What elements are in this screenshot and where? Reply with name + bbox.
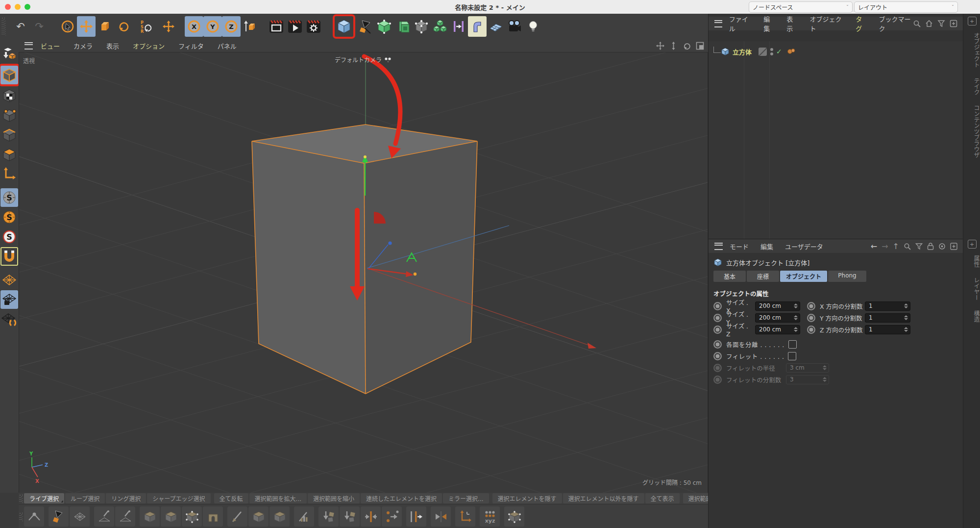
stepper-icon[interactable]	[792, 315, 798, 320]
live-selection-icon[interactable]	[58, 16, 77, 37]
brush-tool-icon[interactable]	[94, 506, 114, 527]
object-row-cube[interactable]: 立方体 ✓	[709, 45, 963, 58]
pan-icon[interactable]	[656, 42, 664, 50]
nodespace-dropdown[interactable]: ノードスペース ˅	[749, 1, 853, 13]
selection-command-button[interactable]: 全て表示	[645, 493, 680, 503]
viewport-menu-item[interactable]: パネル	[218, 41, 237, 50]
bend-deformer-icon[interactable]	[468, 16, 487, 37]
object-manager-menu-item[interactable]: 編集	[763, 14, 775, 33]
keyframe-radio-icon[interactable]	[713, 314, 722, 322]
workplane-icon[interactable]	[0, 271, 18, 289]
psr-icon[interactable]: P S R	[137, 16, 155, 37]
model-mode-icon[interactable]	[0, 66, 18, 84]
selection-command-button[interactable]: 選択エレメント以外を隠す	[563, 493, 644, 503]
add-panel-icon[interactable]	[950, 20, 957, 27]
segments-input[interactable]: 1	[865, 302, 910, 311]
selection-command-button[interactable]: ミラー選択...	[443, 493, 489, 503]
rotate-icon[interactable]	[683, 42, 691, 50]
maximize-icon[interactable]	[696, 42, 704, 50]
object-list[interactable]	[709, 41, 963, 239]
selection-command-button[interactable]: 全て反転	[214, 493, 248, 503]
viewport-menu-item[interactable]: オプション	[133, 41, 165, 50]
render-view-icon[interactable]	[267, 16, 286, 37]
keyframe-radio-icon[interactable]	[807, 326, 815, 334]
lock-icon[interactable]	[927, 242, 934, 250]
edge-mode-icon[interactable]	[0, 126, 18, 144]
panel-tab[interactable]: テイク	[964, 73, 980, 100]
add-panel-icon[interactable]	[950, 243, 957, 250]
checkbox[interactable]	[788, 340, 797, 349]
zoom-icon[interactable]	[669, 42, 678, 50]
scene-3d[interactable]: Y Z X	[19, 52, 708, 493]
stepper-icon[interactable]	[902, 327, 908, 332]
magnet-tool-icon[interactable]	[115, 506, 135, 527]
align-workplane-icon[interactable]	[0, 310, 18, 328]
cube-object-icon[interactable]	[721, 47, 730, 56]
camera-icon[interactable]	[505, 16, 524, 37]
enable-check-icon[interactable]: ✓	[776, 48, 782, 55]
object-manager-menu-item[interactable]: ファイル	[729, 14, 752, 33]
scale-icon[interactable]	[96, 16, 114, 37]
attribute-tab[interactable]: オブジェクト	[780, 271, 827, 282]
viewport-menu-item[interactable]: カメラ	[74, 41, 93, 50]
visibility-toggle-icon[interactable]	[759, 48, 767, 56]
bridge-tool-icon[interactable]	[203, 506, 223, 527]
selection-command-button[interactable]: 選択範囲を記録	[683, 493, 708, 503]
extrude-inner-tool-icon[interactable]	[161, 506, 181, 527]
auto-snap-icon[interactable]: S	[0, 227, 18, 246]
phong-tag-icon[interactable]	[787, 48, 796, 55]
panel-tab[interactable]: 属性	[964, 251, 980, 272]
segments-input[interactable]: 1	[865, 325, 910, 334]
undo-icon[interactable]: ↶	[11, 16, 30, 37]
poly-pen-tool-icon[interactable]	[248, 506, 269, 527]
stitch-sew-tool-icon[interactable]	[382, 506, 402, 527]
toolbar-drag-handle[interactable]	[1, 17, 6, 36]
keyframe-radio-icon[interactable]	[713, 326, 722, 334]
viewport-menu-item[interactable]: フィルタ	[178, 41, 204, 50]
viewport-canvas[interactable]: 透視 デフォルトカメラ グリッド間隔 : 50 cm	[19, 52, 708, 493]
active-tool-move-icon[interactable]	[159, 16, 178, 37]
selection-command-button[interactable]: シャープエッジ選択	[147, 493, 210, 503]
z-axis-lock-icon[interactable]: Z	[222, 16, 241, 37]
keyframe-radio-icon[interactable]	[713, 352, 722, 360]
object-manager-menu-item[interactable]: オブジェクト	[810, 14, 844, 33]
floor-icon[interactable]	[487, 16, 505, 37]
point-mode-icon[interactable]	[0, 106, 18, 125]
cube-primitive-icon[interactable]	[335, 16, 353, 37]
lattice-icon[interactable]	[412, 16, 431, 37]
object-manager-menu-item[interactable]: 表示	[786, 14, 798, 33]
close-hole-tool-icon[interactable]	[270, 506, 290, 527]
viewport-menu-item[interactable]: 表示	[106, 41, 119, 50]
set-point-value-tool-icon[interactable]	[480, 506, 500, 527]
array-icon[interactable]	[431, 16, 449, 37]
texture-mode-icon[interactable]	[0, 86, 18, 105]
rotate-icon[interactable]	[114, 16, 133, 37]
size-input[interactable]: 200 cm	[755, 325, 800, 334]
render-picture-viewer-icon[interactable]	[286, 16, 304, 37]
editor-render-dots-icon[interactable]	[770, 48, 773, 55]
keyframe-radio-icon[interactable]	[807, 314, 815, 322]
size-input[interactable]: 200 cm	[755, 302, 800, 311]
selection-command-button[interactable]: 選択範囲を縮小	[308, 493, 360, 503]
camera-label[interactable]: デフォルトカメラ	[19, 55, 708, 64]
attribute-manager-menu-item[interactable]: ユーザデータ	[785, 242, 823, 251]
keyframe-radio-icon[interactable]	[807, 302, 815, 310]
menu-icon[interactable]	[24, 42, 33, 50]
lock-workplane-icon[interactable]	[0, 290, 18, 309]
fit-to-points-tool-icon[interactable]	[504, 506, 524, 527]
edge-cut-tool-icon[interactable]	[406, 506, 426, 527]
render-settings-icon[interactable]	[304, 16, 323, 37]
attribute-tab[interactable]: Phong	[828, 271, 866, 282]
selection-command-button[interactable]: 選択範囲を拡大...	[249, 493, 307, 503]
panel-tab[interactable]: オブジェクト	[964, 27, 980, 73]
filter-icon[interactable]	[937, 20, 945, 27]
menu-icon[interactable]	[714, 243, 723, 250]
panel-tab[interactable]: 構造	[964, 305, 980, 327]
axis-mode-icon[interactable]	[0, 165, 18, 183]
knife-tool-icon[interactable]	[227, 506, 247, 527]
stepper-icon[interactable]	[792, 327, 798, 332]
selection-command-button[interactable]: ループ選択	[65, 493, 105, 503]
light-icon[interactable]	[524, 16, 542, 37]
polygon-mode-icon[interactable]	[0, 145, 18, 164]
patch-tool-icon[interactable]	[70, 506, 90, 527]
